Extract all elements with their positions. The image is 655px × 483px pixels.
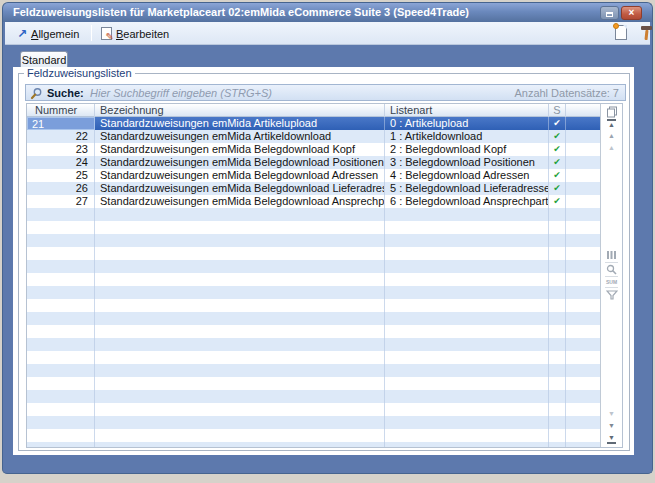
hammer-icon — [639, 25, 654, 41]
column-header-filler — [566, 104, 601, 117]
scroll-top-icon[interactable]: ▲ — [601, 119, 622, 129]
cell-bezeichnung[interactable]: Standardzuweisungen emMida Belegdownload… — [95, 195, 385, 208]
check-icon: ✔ — [549, 156, 566, 169]
hammer-tool-icon[interactable] — [639, 25, 654, 41]
empty-row — [27, 442, 601, 447]
cell-filler — [566, 143, 601, 156]
cell-bezeichnung[interactable]: Standardzuweisungen emMida Belegdownload… — [95, 143, 385, 156]
cell-filler — [566, 117, 601, 130]
grid-rows: 21Standardzuweisungen emMida Artikeluplo… — [27, 117, 601, 447]
record-count-label: Anzahl Datensätze: 7 — [514, 87, 619, 99]
column-header-bezeichnung[interactable]: Bezeichnung — [95, 104, 385, 117]
cell-listenart[interactable]: 6 : Belegdownload Ansprechpartner — [385, 195, 549, 208]
cell-nummer[interactable]: 22 — [27, 130, 95, 143]
toolbar-label-bearbeiten: Bearbeiten — [116, 28, 169, 40]
empty-row — [27, 260, 601, 273]
tab-standard[interactable]: Standard — [20, 51, 68, 68]
cell-listenart[interactable]: 3 : Belegdownload Positionen — [385, 156, 549, 169]
empty-row — [27, 234, 601, 247]
cell-nummer[interactable]: 24 — [27, 156, 95, 169]
check-icon: ✔ — [549, 182, 566, 195]
move-up-icon[interactable]: ▲ — [601, 132, 622, 140]
empty-row — [27, 247, 601, 260]
empty-row — [27, 208, 601, 221]
page-up-icon[interactable]: ▲ — [601, 144, 622, 152]
empty-row — [27, 325, 601, 338]
empty-row — [27, 351, 601, 364]
cell-nummer[interactable]: 27 — [27, 195, 95, 208]
new-document-icon[interactable] — [615, 25, 627, 40]
cell-listenart[interactable]: 2 : Belegdownload Kopf — [385, 143, 549, 156]
sum-icon[interactable]: SUM — [601, 279, 622, 285]
cell-bezeichnung[interactable]: Standardzuweisungen emMida Artikeldownlo… — [95, 130, 385, 143]
cell-filler — [566, 169, 601, 182]
empty-row — [27, 273, 601, 286]
empty-row — [27, 403, 601, 416]
titlebar[interactable]: Feldzuweisungslisten für Marketplaceart … — [2, 2, 653, 22]
cell-bezeichnung[interactable]: Standardzuweisungen emMida Artikelupload — [95, 117, 385, 130]
table-row[interactable]: 23Standardzuweisungen emMida Belegdownlo… — [27, 143, 601, 156]
move-down-icon[interactable]: ▼ — [601, 422, 622, 430]
cell-filler — [566, 195, 601, 208]
cell-filler — [566, 182, 601, 195]
cell-listenart[interactable]: 4 : Belegdownload Adressen — [385, 169, 549, 182]
close-button[interactable]: × — [621, 6, 642, 20]
grid-nav-strip: ▲ ▲ ▲ — [600, 104, 622, 447]
empty-row — [27, 364, 601, 377]
columns-icon[interactable] — [601, 250, 622, 262]
check-icon: ✔ — [549, 143, 566, 156]
page-down-icon[interactable]: ▼ — [601, 410, 622, 418]
toolbar-button-allgemein[interactable]: ↗ Allgemein — [13, 25, 83, 42]
cell-listenart[interactable]: 5 : Belegdownload Lieferadressen — [385, 182, 549, 195]
cell-nummer[interactable]: 25 — [27, 169, 95, 182]
empty-row — [27, 390, 601, 403]
cell-bezeichnung[interactable]: Standardzuweisungen emMida Belegdownload… — [95, 156, 385, 169]
table-row[interactable]: 24Standardzuweisungen emMida Belegdownlo… — [27, 156, 601, 169]
cell-bezeichnung[interactable]: Standardzuweisungen emMida Belegdownload… — [95, 169, 385, 182]
check-icon: ✔ — [549, 169, 566, 182]
column-header-s[interactable]: S — [549, 104, 566, 117]
toolbar-label-allgemein: Allgemein — [31, 28, 79, 40]
check-icon: ✔ — [549, 117, 566, 130]
maximize-button[interactable] — [600, 6, 619, 20]
empty-row — [27, 299, 601, 312]
cell-listenart[interactable]: 0 : Artikelupload — [385, 117, 549, 130]
copy-icon[interactable] — [601, 106, 622, 120]
empty-row — [27, 377, 601, 390]
column-header-listenart[interactable]: Listenart — [385, 104, 549, 117]
cell-nummer[interactable]: 26 — [27, 182, 95, 195]
cell-filler — [566, 156, 601, 169]
tab-page: Feldzuweisungslisten Suche: Hier Suchbeg… — [13, 67, 634, 455]
data-grid: Nummer Bezeichnung Listenart S 21Standar… — [26, 103, 623, 448]
column-header-nummer[interactable]: Nummer — [27, 104, 95, 117]
search-label: Suche: — [47, 87, 84, 99]
table-row[interactable]: 22Standardzuweisungen emMida Artikeldown… — [27, 130, 601, 143]
cell-bezeichnung[interactable]: Standardzuweisungen emMida Belegdownload… — [95, 182, 385, 195]
cell-filler — [566, 130, 601, 143]
cell-nummer[interactable]: 21 — [27, 117, 95, 130]
empty-row — [27, 338, 601, 351]
filter-icon[interactable] — [601, 290, 622, 302]
table-row[interactable]: 21Standardzuweisungen emMida Artikeluplo… — [27, 117, 601, 130]
empty-row — [27, 221, 601, 234]
toolbar-button-bearbeiten[interactable]: ✎ Bearbeiten — [97, 25, 173, 42]
empty-row — [27, 429, 601, 442]
search-bar[interactable]: Suche: Hier Suchbegriff eingeben (STRG+S… — [25, 84, 626, 101]
search-input[interactable]: Hier Suchbegriff eingeben (STRG+S) — [90, 87, 272, 99]
table-row[interactable]: 25Standardzuweisungen emMida Belegdownlo… — [27, 169, 601, 182]
desktop: Feldzuweisungslisten für Marketplaceart … — [0, 0, 655, 483]
groupbox-label: Feldzuweisungslisten — [24, 67, 135, 79]
toolbar-separator — [91, 25, 92, 41]
window-frame: ↗ Allgemein ✎ Bearbeiten Standard Feldzu… — [2, 22, 653, 474]
arrow-up-right-icon: ↗ — [17, 28, 27, 40]
table-row[interactable]: 27Standardzuweisungen emMida Belegdownlo… — [27, 195, 601, 208]
cell-listenart[interactable]: 1 : Artikeldownload — [385, 130, 549, 143]
cell-nummer[interactable]: 23 — [27, 143, 95, 156]
empty-row — [27, 286, 601, 299]
maximize-icon — [606, 12, 613, 17]
scroll-bottom-icon[interactable]: ▼ — [601, 434, 622, 444]
groupbox-feldzuweisungslisten: Feldzuweisungslisten Suche: Hier Suchbeg… — [18, 73, 630, 451]
check-icon: ✔ — [549, 130, 566, 143]
grid-header: Nummer Bezeichnung Listenart S — [27, 104, 601, 117]
table-row[interactable]: 26Standardzuweisungen emMida Belegdownlo… — [27, 182, 601, 195]
